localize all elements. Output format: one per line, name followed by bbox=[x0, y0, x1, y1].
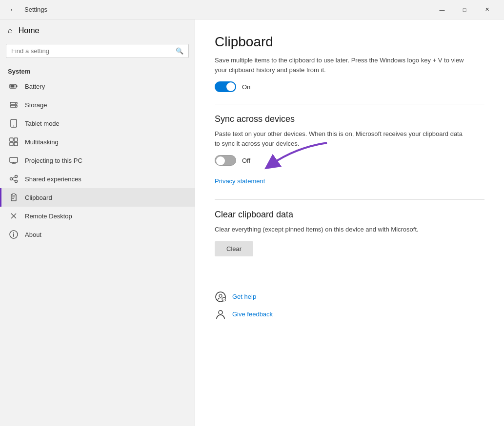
clipboard-toggle[interactable] bbox=[215, 81, 236, 92]
sidebar-item-tablet-label: Tablet mode bbox=[25, 120, 60, 127]
sidebar-item-projecting[interactable]: Projecting to this PC bbox=[0, 151, 195, 170]
sidebar-item-clipboard[interactable]: Clipboard bbox=[0, 188, 195, 207]
svg-point-32 bbox=[219, 294, 222, 297]
section-divider-3 bbox=[215, 281, 484, 281]
clear-description: Clear everything (except pinned items) o… bbox=[215, 225, 468, 234]
svg-line-19 bbox=[12, 177, 15, 178]
svg-rect-9 bbox=[10, 138, 13, 141]
clipboard-description: Save multiple items to the clipboard to … bbox=[215, 56, 468, 75]
page-title: Clipboard bbox=[215, 34, 484, 50]
about-icon bbox=[9, 230, 18, 239]
search-box[interactable]: 🔍 bbox=[6, 44, 189, 58]
give-feedback-link[interactable]: Give feedback bbox=[232, 310, 273, 318]
shared-icon bbox=[9, 174, 18, 183]
sidebar-item-shared[interactable]: Shared experiences bbox=[0, 170, 195, 188]
svg-rect-11 bbox=[10, 142, 13, 146]
get-help-link[interactable]: Get help bbox=[232, 293, 256, 300]
back-icon: ← bbox=[9, 5, 17, 14]
svg-point-29 bbox=[13, 232, 14, 233]
sidebar-item-storage[interactable]: Storage bbox=[0, 96, 195, 114]
sync-section-title: Sync across devices bbox=[215, 114, 484, 124]
tablet-icon bbox=[9, 119, 18, 128]
minimize-button[interactable]: — bbox=[431, 2, 453, 18]
svg-rect-2 bbox=[11, 85, 15, 88]
toggle-knob bbox=[226, 82, 235, 91]
sync-toggle-knob bbox=[216, 156, 225, 165]
sync-description: Paste text on your other devices. When t… bbox=[215, 129, 468, 148]
sync-toggle-section: Off Privacy statement bbox=[215, 155, 484, 185]
help-section: ? Get help Give feedback bbox=[215, 291, 484, 320]
clear-section-title: Clear clipboard data bbox=[215, 210, 484, 220]
svg-rect-22 bbox=[12, 194, 15, 195]
back-button[interactable]: ← bbox=[6, 2, 20, 17]
sidebar-item-remote-label: Remote Desktop bbox=[25, 213, 72, 220]
home-icon: ⌂ bbox=[8, 26, 13, 35]
search-input[interactable] bbox=[11, 47, 176, 55]
battery-icon bbox=[9, 82, 18, 91]
svg-rect-12 bbox=[14, 142, 18, 146]
svg-point-6 bbox=[15, 106, 16, 107]
sync-toggle[interactable] bbox=[215, 155, 236, 166]
sidebar-item-multitasking-label: Multitasking bbox=[25, 138, 59, 146]
sync-toggle-label: Off bbox=[242, 157, 250, 164]
clear-button[interactable]: Clear bbox=[215, 241, 253, 256]
window-controls: — □ ✕ bbox=[431, 2, 498, 18]
privacy-link[interactable]: Privacy statement bbox=[215, 177, 484, 185]
clipboard-toggle-row: On bbox=[215, 81, 484, 92]
titlebar: ← Settings — □ ✕ bbox=[0, 0, 504, 19]
svg-point-18 bbox=[10, 178, 13, 180]
remote-icon bbox=[9, 212, 18, 220]
give-feedback-icon bbox=[215, 309, 226, 320]
section-divider-1 bbox=[215, 104, 484, 104]
sidebar-home-item[interactable]: ⌂ Home bbox=[0, 19, 195, 42]
svg-line-20 bbox=[12, 179, 15, 181]
sidebar-item-remote[interactable]: Remote Desktop bbox=[0, 207, 195, 225]
sidebar-item-battery-label: Battery bbox=[25, 83, 45, 90]
maximize-button[interactable]: □ bbox=[453, 2, 476, 18]
get-help-item[interactable]: ? Get help bbox=[215, 291, 484, 303]
svg-point-16 bbox=[15, 175, 18, 178]
sidebar-item-projecting-label: Projecting to this PC bbox=[25, 157, 82, 164]
sidebar-item-battery[interactable]: Battery bbox=[0, 77, 195, 96]
sidebar-item-multitasking[interactable]: Multitasking bbox=[0, 133, 195, 151]
content-area: Clipboard Save multiple items to the cli… bbox=[195, 19, 504, 426]
projecting-icon bbox=[9, 156, 18, 165]
svg-point-17 bbox=[15, 180, 18, 183]
storage-icon bbox=[9, 100, 18, 109]
get-help-icon: ? bbox=[215, 291, 226, 303]
main-layout: ⌂ Home 🔍 System Battery bbox=[0, 19, 504, 426]
multitasking-icon bbox=[9, 137, 18, 146]
section-divider-2 bbox=[215, 199, 484, 200]
clipboard-icon bbox=[9, 193, 18, 202]
svg-rect-13 bbox=[10, 157, 18, 162]
sidebar-item-clipboard-label: Clipboard bbox=[25, 194, 52, 201]
svg-text:?: ? bbox=[223, 298, 225, 301]
app-title: Settings bbox=[24, 6, 431, 13]
sidebar-item-about[interactable]: About bbox=[0, 225, 195, 244]
sidebar-item-tablet[interactable]: Tablet mode bbox=[0, 114, 195, 133]
sidebar-item-storage-label: Storage bbox=[25, 101, 47, 109]
svg-point-5 bbox=[15, 103, 16, 104]
close-button[interactable]: ✕ bbox=[476, 2, 498, 18]
clipboard-toggle-label: On bbox=[242, 83, 250, 91]
search-icon: 🔍 bbox=[176, 47, 183, 55]
sidebar: ⌂ Home 🔍 System Battery bbox=[0, 19, 195, 426]
sidebar-item-shared-label: Shared experiences bbox=[25, 175, 81, 183]
svg-rect-1 bbox=[16, 85, 18, 87]
svg-point-35 bbox=[219, 310, 222, 314]
sidebar-section-title: System bbox=[0, 64, 195, 77]
sync-toggle-row: Off bbox=[215, 155, 484, 166]
svg-point-8 bbox=[13, 126, 14, 127]
svg-rect-10 bbox=[14, 138, 18, 141]
sidebar-item-about-label: About bbox=[25, 231, 41, 238]
give-feedback-item[interactable]: Give feedback bbox=[215, 309, 484, 320]
home-label: Home bbox=[19, 26, 40, 35]
